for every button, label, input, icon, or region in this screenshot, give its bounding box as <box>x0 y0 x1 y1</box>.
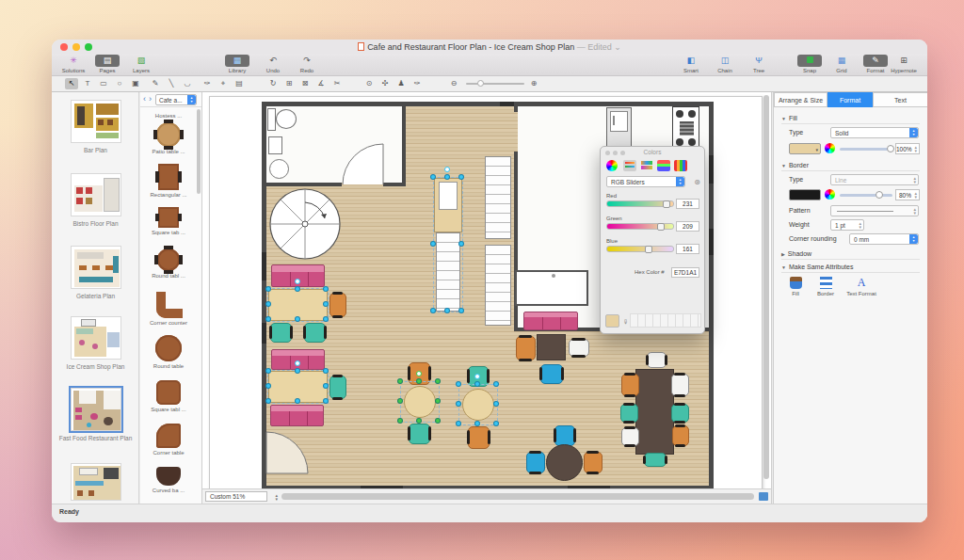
color-sliders-tab-icon[interactable] <box>623 160 636 171</box>
line-tool[interactable]: ╲ <box>165 78 178 89</box>
page-grid-button[interactable] <box>759 492 768 501</box>
border-opacity-knob[interactable] <box>876 191 883 199</box>
pen-tool[interactable]: ✑ <box>201 78 214 89</box>
smart-button[interactable]: ◧Smart <box>675 55 707 73</box>
border-opacity-value[interactable]: 80%▴▾ <box>895 189 920 200</box>
serving-counter[interactable] <box>515 270 588 306</box>
selection-handle[interactable] <box>397 378 403 384</box>
same-text-format-button[interactable]: A Text Format <box>845 277 877 296</box>
selection-handle[interactable] <box>323 301 329 307</box>
fill-opacity-value[interactable]: 100%▴▾ <box>895 143 920 154</box>
booth-table-2[interactable] <box>268 371 328 403</box>
undo-button[interactable]: ↶Undo <box>257 55 289 73</box>
rotation-handle[interactable] <box>444 167 450 172</box>
stamp-tool[interactable]: ♟ <box>394 78 408 89</box>
library-item-patio-table[interactable]: Patio table ... <box>140 122 197 154</box>
zoom-tool[interactable]: ⊙ <box>362 78 376 89</box>
color-mode-dropdown[interactable]: RGB Sliders▴▾ <box>606 176 685 187</box>
info-button2[interactable]: ⓘInfo <box>922 55 927 73</box>
canvas-horizontal-scrollbar[interactable] <box>281 493 754 500</box>
selection-handle[interactable] <box>416 418 422 424</box>
booth-sofa-4[interactable] <box>523 312 578 330</box>
saved-swatches-grid[interactable] <box>630 313 701 328</box>
same-fill-button[interactable]: Fill <box>781 277 810 296</box>
orange-chair-bottom-2[interactable] <box>468 426 490 449</box>
hypernote-button[interactable]: ⊞Hypernote <box>886 55 922 73</box>
library-item-corner-table[interactable]: Corner table <box>140 424 197 456</box>
selection-handle[interactable] <box>295 316 300 322</box>
tab-text[interactable]: Text <box>873 92 927 107</box>
white-chair-top[interactable] <box>647 352 667 368</box>
rotation-handle[interactable] <box>474 374 480 379</box>
fill-color-swatch[interactable]: ▾ <box>789 143 821 154</box>
selection-handle[interactable] <box>456 381 461 387</box>
booth-table-1[interactable] <box>268 289 328 321</box>
library-item-corner-counter[interactable]: Corner counter <box>140 292 197 326</box>
selection-handle[interactable] <box>397 418 403 424</box>
rotation-handle[interactable] <box>295 360 300 366</box>
sidebar-item-fast-food-restaurant-plan[interactable]: Fast Food Restaurant Plan <box>52 388 139 441</box>
booth-sofa-3[interactable] <box>270 405 324 426</box>
library-item-curved-bar[interactable]: Curved ba ... <box>140 467 197 493</box>
fill-opacity-slider[interactable] <box>840 148 892 151</box>
selection-handle[interactable] <box>265 301 271 307</box>
orange-chair-right[interactable] <box>584 452 602 473</box>
fill-opacity-knob[interactable] <box>887 145 894 152</box>
booth-sofa-2[interactable] <box>271 349 325 370</box>
orange-chair-rb[interactable] <box>672 425 689 446</box>
ungroup-tool[interactable]: ⊠ <box>298 78 312 89</box>
selection-handle[interactable] <box>474 421 480 426</box>
selection-handle[interactable] <box>397 398 403 404</box>
border-opacity-slider[interactable] <box>840 194 892 197</box>
blue-value-field[interactable]: 161 <box>676 244 699 254</box>
pattern-dropdown[interactable]: ▴▾ <box>830 205 919 216</box>
red-slider[interactable] <box>606 200 674 207</box>
color-crayons-tab-icon[interactable] <box>674 160 687 171</box>
sidebar-item-gelateria-plan[interactable]: Gelateria Plan <box>52 246 139 299</box>
selection-handle[interactable] <box>323 316 329 322</box>
library-button[interactable]: ▦Library <box>221 55 253 73</box>
selection-handle[interactable] <box>323 368 329 374</box>
selection-handle[interactable] <box>458 241 464 247</box>
blue-chair-bottom[interactable] <box>540 364 563 384</box>
blue-slider[interactable] <box>606 246 674 252</box>
library-item-rectangular-table[interactable]: Rectangular ... <box>140 164 197 198</box>
hex-value-field[interactable]: E7D1A1 <box>671 267 699 278</box>
green-slider[interactable] <box>606 223 674 230</box>
border-color-wheel-icon[interactable] <box>825 189 835 200</box>
teal-chair-bottom-1[interactable] <box>409 424 430 444</box>
rectangle-tool[interactable]: ▭ <box>97 78 110 89</box>
dark-square-table[interactable] <box>537 334 566 360</box>
rotate-tool[interactable]: ↻ <box>266 78 280 89</box>
blue-chair-left[interactable] <box>526 452 545 473</box>
library-item-hostess[interactable]: Hostess ... <box>140 111 197 119</box>
orange-chair-left[interactable] <box>516 336 536 360</box>
selection-handle[interactable] <box>323 286 329 292</box>
orange-chair-1[interactable] <box>329 293 346 317</box>
corner-rounding-dropdown[interactable]: 0 mm▴▾ <box>849 233 919 245</box>
fridge[interactable] <box>606 107 632 150</box>
selection-handle[interactable] <box>430 241 436 247</box>
weight-field[interactable]: 1 pt▴▾ <box>830 219 864 231</box>
library-item-round-table[interactable]: Round table <box>140 335 197 369</box>
tree-button[interactable]: ΨTree <box>743 55 775 73</box>
arc-tool[interactable]: ◡ <box>181 78 194 89</box>
selection-handle[interactable] <box>416 378 422 384</box>
sidebar-item-bar-plan[interactable]: Bar Plan <box>52 100 139 153</box>
shadow-section-header[interactable]: ▶Shadow <box>781 250 811 257</box>
selection-handle[interactable] <box>430 308 436 313</box>
selection-handle[interactable] <box>430 174 436 180</box>
red-value-field[interactable]: 231 <box>676 199 699 209</box>
library-item-square-table[interactable]: Square tab ... <box>140 207 197 235</box>
connector-tool[interactable]: ✎ <box>149 78 162 89</box>
zoom-slider-knob[interactable] <box>477 80 484 87</box>
spiral-staircase[interactable] <box>268 187 344 263</box>
selection-handle[interactable] <box>295 286 300 292</box>
round-table-selection-2[interactable] <box>459 385 497 424</box>
sidebar-item-bistro-floor-plan[interactable]: Bistro Floor Plan <box>52 173 139 227</box>
selection-handle[interactable] <box>265 286 271 292</box>
selection-handle[interactable] <box>456 401 461 407</box>
green-value-field[interactable]: 209 <box>676 221 699 232</box>
green-slider-knob[interactable] <box>657 223 665 231</box>
zoom-slider[interactable] <box>466 83 524 85</box>
